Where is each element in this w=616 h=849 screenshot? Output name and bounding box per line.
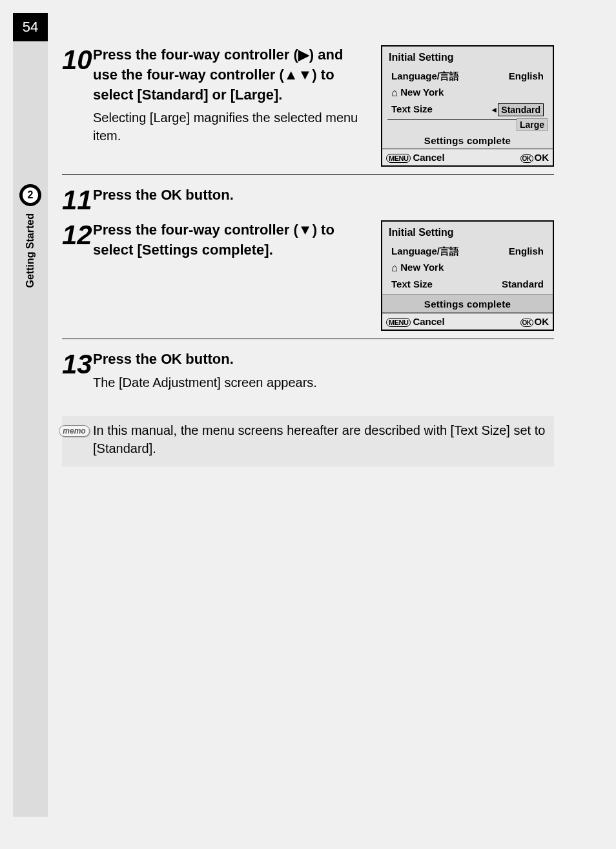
option-large: Large — [517, 118, 548, 131]
menu-cancel: MENUCancel — [386, 152, 445, 163]
memo-icon-label: memo — [59, 425, 89, 437]
chapter-badge: 2 — [19, 184, 41, 206]
title-suffix: button. — [181, 187, 234, 203]
step-12: 12 Press the four-way controller (▼) to … — [62, 220, 554, 331]
lcd-footer: MENUCancel OKOK — [382, 149, 553, 165]
lcd-row-textsize: Text Size Standard — [387, 101, 548, 120]
memo-icon: memo — [58, 425, 90, 437]
language-value: English — [509, 246, 544, 258]
step-10: 10 Press the four-way controller (▶) and… — [62, 45, 554, 167]
lcd-row-language: Language/言語 English — [387, 244, 548, 260]
language-label: Language/言語 — [391, 246, 459, 258]
textsize-label: Text Size — [391, 278, 433, 289]
title-prefix: Press the — [93, 351, 161, 367]
lcd-row-language: Language/言語 English — [387, 68, 548, 85]
lcd-title: Initial Setting — [389, 227, 548, 238]
ok-ok: OKOK — [520, 152, 549, 163]
step-11: 11 Press the OK button. — [62, 185, 554, 214]
language-value: English — [509, 70, 544, 83]
city-value: New York — [400, 262, 544, 275]
ok-pill-icon: OK — [520, 154, 533, 163]
lcd-screen-1: Initial Setting Language/言語 English New … — [381, 45, 554, 167]
menu-pill-icon: MENU — [386, 154, 411, 163]
title-prefix: Press the — [93, 187, 161, 203]
lcd-footer: MENUCancel OKOK — [382, 313, 553, 330]
page-content: 10 Press the four-way controller (▶) and… — [62, 45, 554, 466]
chapter-number: 2 — [23, 187, 38, 203]
step-title: Press the four-way controller (▼) to sel… — [93, 220, 368, 260]
step-title: Press the OK button. — [93, 185, 554, 205]
lcd-row-textsize: Text Size Standard — [387, 277, 548, 291]
textsize-value: Standard — [502, 278, 544, 289]
ok-pill-icon: OK — [520, 319, 533, 327]
ok-label: OK — [535, 316, 549, 327]
step-13: 13 Press the OK button. The [Date Adjust… — [62, 350, 554, 401]
lcd-row-city: New York — [387, 85, 548, 101]
divider — [62, 174, 554, 175]
cancel-label: Cancel — [413, 152, 444, 163]
memo-note: memo In this manual, the menu screens he… — [62, 416, 554, 466]
ok-glyph: OK — [161, 187, 181, 203]
lcd-title: Initial Setting — [389, 52, 548, 63]
textsize-label: Text Size — [391, 103, 433, 116]
option-standard-selected: Standard — [498, 103, 544, 116]
menu-cancel: MENUCancel — [386, 316, 445, 327]
home-icon — [391, 262, 400, 275]
cancel-label: Cancel — [413, 316, 444, 327]
settings-complete: Settings complete — [387, 131, 548, 149]
step-number: 10 — [62, 47, 93, 167]
chapter-title: Getting Started — [25, 213, 36, 288]
language-label: Language/言語 — [391, 70, 459, 83]
home-icon — [391, 87, 400, 100]
settings-complete-highlight: Settings complete — [382, 294, 553, 313]
ok-glyph: OK — [161, 351, 181, 367]
lcd-option-large-row: Large — [387, 118, 548, 131]
step-desc: Selecting [Large] magnifies the selected… — [93, 109, 368, 145]
city-value: New York — [400, 87, 544, 100]
divider — [62, 339, 554, 339]
page-number: 54 — [13, 13, 48, 41]
lcd-row-city: New York — [387, 260, 548, 277]
step-number: 13 — [62, 351, 93, 401]
memo-text: In this manual, the menu screens hereaft… — [90, 421, 548, 457]
title-suffix: button. — [181, 351, 234, 367]
ok-ok: OKOK — [520, 316, 549, 327]
step-number: 12 — [62, 222, 93, 331]
ok-label: OK — [535, 152, 549, 163]
lcd-screen-2: Initial Setting Language/言語 English New … — [381, 220, 554, 331]
step-number: 11 — [62, 187, 93, 214]
step-title: Press the OK button. — [93, 350, 554, 370]
menu-pill-icon: MENU — [386, 318, 411, 327]
side-bar — [13, 41, 48, 817]
step-title: Press the four-way controller (▶) and us… — [93, 45, 368, 105]
step-desc: The [Date Adjustment] screen appears. — [93, 373, 554, 392]
